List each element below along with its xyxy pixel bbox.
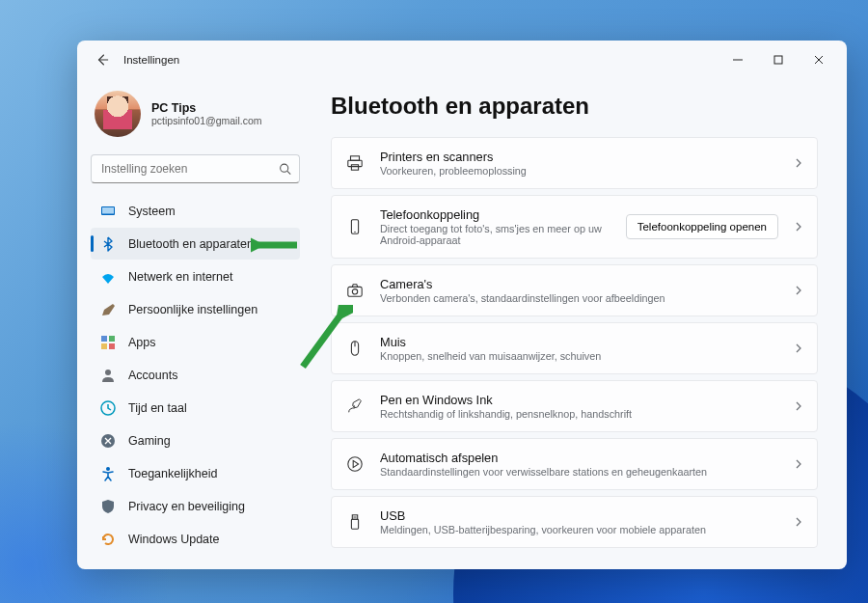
sidebar-item-label: Bluetooth en apparaten: [128, 237, 254, 251]
svg-rect-6: [101, 343, 107, 349]
search-icon: [279, 163, 291, 176]
card-title: USB: [380, 508, 778, 523]
minimize-button[interactable]: [718, 45, 758, 74]
pen-icon: [345, 397, 365, 416]
sidebar-item-network[interactable]: Netwerk en internet: [91, 260, 300, 292]
card-usb[interactable]: USB Meldingen, USB-batterijbesparing, vo…: [331, 496, 818, 548]
close-button[interactable]: [799, 45, 839, 74]
sidebar-item-label: Systeem: [128, 205, 176, 218]
phone-icon: [345, 217, 365, 236]
svg-point-11: [106, 467, 110, 471]
personalize-icon: [100, 302, 116, 317]
svg-rect-13: [348, 160, 362, 166]
card-desc: Meldingen, USB-batterijbesparing, voorke…: [380, 524, 778, 535]
svg-line-27: [303, 316, 339, 367]
autoplay-icon: [345, 454, 365, 474]
profile-name: PC Tips: [151, 101, 262, 115]
open-phone-link-button[interactable]: Telefoonkoppeling openen: [626, 214, 778, 239]
svg-rect-23: [351, 519, 358, 529]
back-button[interactable]: [95, 52, 110, 68]
card-desc: Knoppen, snelheid van muisaanwijzer, sch…: [380, 350, 778, 362]
card-title: Pen en Windows Ink: [380, 393, 778, 407]
chevron-right-icon: [794, 343, 803, 353]
search-wrap: [91, 154, 300, 183]
sidebar-item-time[interactable]: Tijd en taal: [91, 392, 300, 424]
card-desc: Rechtshandig of linkshandig, pensnelknop…: [380, 408, 778, 420]
svg-point-16: [354, 232, 355, 233]
window-controls: [718, 45, 839, 74]
sidebar-item-label: Tijd en taal: [128, 401, 187, 415]
update-icon: [100, 532, 116, 547]
printer-icon: [345, 153, 365, 173]
page-title: Bluetooth en apparaten: [331, 93, 818, 120]
chevron-right-icon: [794, 517, 803, 527]
chevron-right-icon: [794, 286, 803, 295]
card-mouse[interactable]: Muis Knoppen, snelheid van muisaanwijzer…: [331, 322, 818, 374]
svg-rect-12: [351, 156, 360, 161]
usb-icon: [345, 512, 365, 532]
window-title: Instellingen: [123, 54, 179, 66]
svg-rect-5: [109, 336, 115, 342]
svg-rect-7: [109, 343, 115, 349]
card-desc: Voorkeuren, probleemoplossing: [380, 165, 778, 177]
sidebar-item-gaming[interactable]: Gaming: [91, 425, 300, 456]
accounts-icon: [100, 368, 116, 383]
card-phone[interactable]: Telefoonkoppeling Direct toegang tot fot…: [331, 195, 818, 259]
profile-block[interactable]: PC Tips pctipsinfo01@gmail.com: [91, 85, 300, 151]
sidebar-item-update[interactable]: Windows Update: [91, 523, 300, 555]
svg-point-18: [352, 289, 357, 294]
svg-point-21: [348, 457, 362, 471]
svg-rect-17: [348, 287, 362, 296]
search-input[interactable]: [91, 154, 300, 183]
card-title: Printers en scanners: [380, 150, 778, 164]
sidebar-item-system[interactable]: Systeem: [91, 195, 300, 227]
sidebar-item-apps[interactable]: Apps: [91, 326, 300, 358]
card-title: Camera's: [380, 277, 778, 291]
privacy-icon: [100, 499, 116, 514]
card-desc: Standaardinstellingen voor verwisselbare…: [380, 466, 778, 478]
minimize-icon: [733, 55, 743, 65]
sidebar-item-label: Toegankelijkheid: [128, 467, 217, 480]
svg-point-1: [281, 164, 288, 172]
card-desc: Direct toegang tot foto's, sms'jes en me…: [380, 223, 610, 246]
chevron-right-icon: [794, 158, 803, 168]
arrow-left-icon: [95, 53, 109, 67]
sidebar-item-label: Windows Update: [128, 533, 220, 546]
sidebar-item-label: Persoonlijke instellingen: [128, 303, 258, 316]
avatar: [95, 91, 141, 137]
card-desc: Verbonden camera's, standaardinstellinge…: [380, 292, 778, 304]
apps-icon: [100, 335, 116, 350]
sidebar: PC Tips pctipsinfo01@gmail.com Systeem: [77, 79, 313, 569]
close-icon: [814, 55, 824, 65]
profile-email: pctipsinfo01@gmail.com: [151, 115, 262, 126]
gaming-icon: [100, 433, 116, 449]
sidebar-item-personalize[interactable]: Persoonlijke instellingen: [91, 293, 300, 325]
main-panel: Bluetooth en apparaten Printers en scann…: [313, 79, 847, 569]
svg-rect-4: [101, 336, 107, 342]
network-icon: [100, 269, 116, 285]
camera-icon: [345, 281, 365, 300]
bluetooth-icon: [100, 236, 116, 252]
titlebar: Instellingen: [77, 41, 847, 79]
svg-rect-14: [351, 165, 358, 170]
sidebar-item-label: Apps: [128, 336, 156, 349]
chevron-right-icon: [794, 459, 803, 469]
sidebar-item-privacy[interactable]: Privacy en beveiliging: [91, 490, 300, 522]
card-autoplay[interactable]: Automatisch afspelen Standaardinstelling…: [331, 438, 818, 490]
sidebar-item-accounts[interactable]: Accounts: [91, 359, 300, 391]
card-printers[interactable]: Printers en scanners Voorkeuren, problee…: [331, 137, 818, 189]
sidebar-item-label: Gaming: [128, 434, 171, 448]
svg-point-8: [105, 370, 111, 375]
card-pen[interactable]: Pen en Windows Ink Rechtshandig of links…: [331, 380, 818, 432]
chevron-right-icon: [794, 222, 803, 232]
accessibility-icon: [100, 466, 116, 481]
chevron-right-icon: [794, 401, 803, 411]
sidebar-item-label: Privacy en beveiliging: [128, 500, 245, 513]
svg-rect-22: [352, 515, 357, 520]
card-cameras[interactable]: Camera's Verbonden camera's, standaardin…: [331, 264, 818, 316]
sidebar-item-accessibility[interactable]: Toegankelijkheid: [91, 457, 300, 489]
annotation-arrow-2: [295, 305, 353, 372]
maximize-icon: [773, 55, 783, 65]
sidebar-item-label: Netwerk en internet: [128, 270, 232, 284]
maximize-button[interactable]: [758, 45, 799, 74]
